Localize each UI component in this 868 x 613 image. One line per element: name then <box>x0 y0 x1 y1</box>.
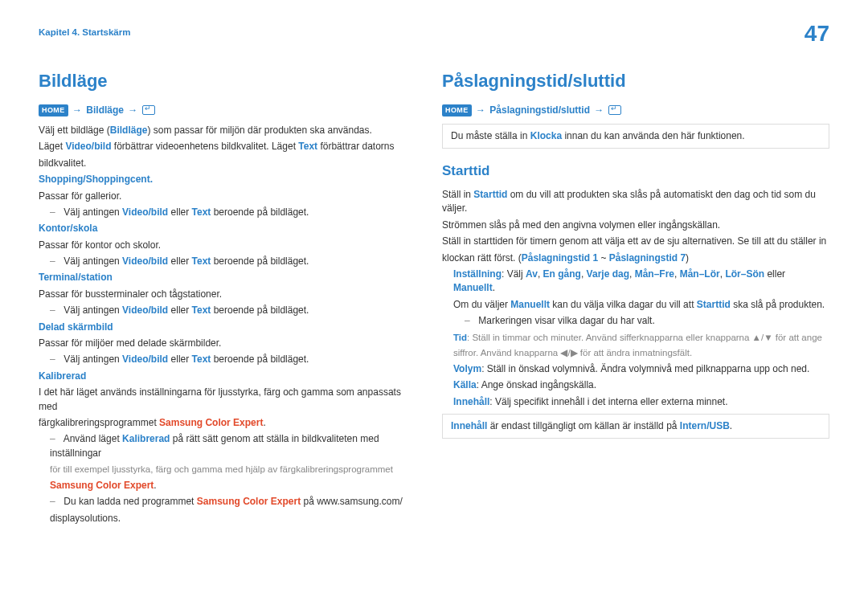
setting-tid: Tid: Ställ in timmar och minuter. Använd… <box>442 331 829 345</box>
enter-icon <box>142 105 155 115</box>
mode-kalibrerad-b1: – Använd läget Kalibrerad på rätt sätt g… <box>39 432 413 460</box>
note-clock: Du måste ställa in Klocka innan du kan a… <box>442 124 829 149</box>
setting-kalla: Källa: Ange önskad ingångskälla. <box>442 378 829 392</box>
enter-icon <box>608 105 621 115</box>
note-innehall: Innehåll är endast tillgängligt om källa… <box>442 414 829 439</box>
page-number: 47 <box>805 18 829 51</box>
setting-installning-check: – Markeringen visar vilka dagar du har v… <box>442 314 829 328</box>
mode-kalibrerad-b2b: displaysolutions. <box>39 512 413 525</box>
breadcrumb-left: HOME → Bildläge → <box>39 104 413 117</box>
left-column: Bildläge HOME → Bildläge → Välj ett bild… <box>39 68 434 528</box>
bc-paslagning: Påslagningstid/sluttid <box>489 104 590 116</box>
subheading-starttid: Starttid <box>442 161 829 182</box>
starttid-p3a: Ställ in starttiden för timern genom att… <box>442 235 829 248</box>
mode-delad-desc: Passar för miljöer med delade skärmbilde… <box>39 337 413 350</box>
setting-tid-2: siffror. Använd knapparna ◀/▶ för att än… <box>442 346 829 360</box>
mode-kalibrerad-gray: för till exempel ljusstyrka, färg och ga… <box>39 463 413 476</box>
home-tag: HOME <box>442 104 472 116</box>
right-column: Påslagningstid/sluttid HOME → Påslagning… <box>434 68 829 528</box>
intro-line2: Läget Video/bild förbättrar videoenheten… <box>39 140 413 153</box>
mode-shopping-title: Shopping/Shoppingcent. <box>39 174 153 185</box>
mode-terminal-opt: – Välj antingen Video/bild eller Text be… <box>39 304 413 317</box>
mode-kalibrerad-desc2: färgkalibreringsprogrammet Samsung Color… <box>39 416 413 430</box>
setting-installning-line2: Om du väljer Manuellt kan du välja vilka… <box>442 298 829 312</box>
chapter-label: Kapitel 4. Startskärm <box>39 26 829 39</box>
setting-volym: Volym: Ställ in önskad volymnivå. Ändra … <box>442 362 829 376</box>
starttid-p3b: klockan rätt först. (Påslagningstid 1 ~ … <box>442 251 829 265</box>
starttid-p2: Strömmen slås på med den angivna volymen… <box>442 219 829 232</box>
arrow-icon: → <box>126 104 139 116</box>
arrow-icon: → <box>71 104 84 116</box>
arrow-icon: → <box>592 104 605 116</box>
mode-kalibrerad-orangeend: Samsung Color Expert. <box>39 479 413 492</box>
bc-bildlage: Bildläge <box>86 104 124 116</box>
breadcrumb-right: HOME → Påslagningstid/sluttid → <box>442 104 829 117</box>
mode-delad-opt: – Välj antingen Video/bild eller Text be… <box>39 353 413 366</box>
mode-kontor-title: Kontor/skola <box>39 223 97 234</box>
setting-innehall: Innehåll: Välj specifikt innehåll i det … <box>442 395 829 409</box>
heading-paslagning: Påslagningstid/sluttid <box>442 68 829 94</box>
mode-kalibrerad-title: Kalibrerad <box>39 370 86 382</box>
mode-terminal-desc: Passar för bussterminaler och tågstation… <box>39 288 413 301</box>
mode-delad-title: Delad skärmbild <box>39 321 113 333</box>
mode-kalibrerad-desc1: I det här läget används inställningarna … <box>39 386 413 414</box>
mode-kontor-desc: Passar för kontor och skolor. <box>39 239 413 252</box>
mode-kalibrerad-b2: – Du kan ladda ned programmet Samsung Co… <box>39 495 413 509</box>
intro-line1: Välj ett bildläge (Bildläge) som passar … <box>39 124 413 137</box>
mode-terminal-title: Terminal/station <box>39 272 113 283</box>
mode-shopping-desc: Passar för gallerior. <box>39 190 413 203</box>
intro-line3: bildkvalitet. <box>39 157 413 170</box>
setting-installning: Inställning: Välj Av, En gång, Varje dag… <box>442 268 829 296</box>
heading-bildlage: Bildläge <box>39 68 413 94</box>
starttid-p1: Ställ in Starttid om du vill att produkt… <box>442 188 829 216</box>
mode-shopping-opt: – Välj antingen Video/bild eller Text be… <box>39 206 413 219</box>
mode-kontor-opt: – Välj antingen Video/bild eller Text be… <box>39 255 413 268</box>
arrow-icon: → <box>474 104 487 116</box>
home-tag: HOME <box>39 104 68 116</box>
